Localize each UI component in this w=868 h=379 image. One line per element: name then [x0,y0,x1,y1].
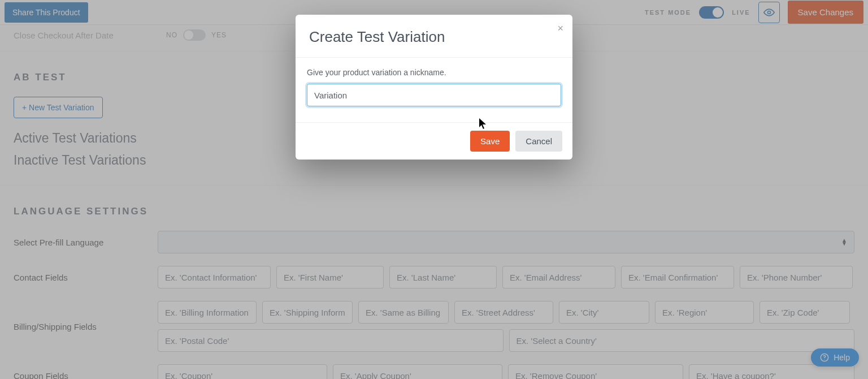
modal-prompt: Give your product variation a nickname. [307,68,561,77]
modal-close-button[interactable]: × [557,23,563,35]
close-icon: × [557,23,563,34]
variation-nickname-input[interactable] [307,84,561,106]
cursor-icon [479,118,487,130]
create-test-variation-modal: Create Test Variation × Give your produc… [296,15,572,160]
modal-save-button[interactable]: Save [470,131,510,152]
modal-title: Create Test Variation [309,28,559,46]
modal-cancel-button[interactable]: Cancel [515,131,562,152]
modal-overlay: Create Test Variation × Give your produc… [0,0,868,379]
